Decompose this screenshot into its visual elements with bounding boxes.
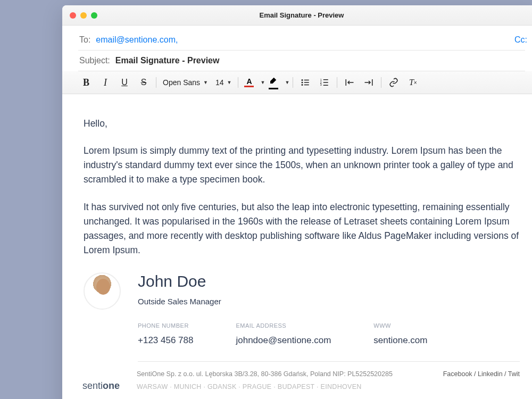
subject-field-row[interactable]: Subject: Email Signature - Preview [78, 51, 525, 71]
outdent-button[interactable] [340, 74, 359, 90]
svg-rect-1 [304, 80, 309, 81]
signature-footer: SentiOne Sp. z o.o. ul. Lęborska 3B/3.28… [84, 362, 520, 399]
separator [381, 77, 381, 88]
svg-rect-9 [323, 82, 328, 83]
subject-value[interactable]: Email Signature - Preview [115, 56, 220, 65]
bullet-list-button[interactable] [296, 74, 314, 90]
www-value[interactable]: sentione.com [373, 334, 427, 347]
subject-label: Subject: [79, 56, 110, 65]
to-field-row[interactable]: To: email@sentione.com, Cc: [78, 30, 525, 51]
signature-phone: PHONE NUMBER +123 456 788 [138, 321, 193, 347]
svg-rect-5 [304, 85, 309, 86]
avatar [84, 272, 121, 310]
highlight-color-button[interactable]: ▼ [266, 75, 289, 90]
phone-value: +123 456 788 [138, 334, 193, 347]
svg-text:3: 3 [320, 83, 322, 86]
paragraph-2: It has survived not only five centuries,… [84, 200, 520, 258]
www-label: WWW [373, 321, 427, 330]
email-label: EMAIL ADDRESS [236, 321, 331, 330]
text-color-swatch [244, 86, 254, 87]
signature-title: Outside Sales Manager [138, 295, 520, 307]
italic-button[interactable]: I [96, 74, 114, 90]
separator [293, 77, 293, 88]
insert-link-button[interactable] [385, 74, 403, 90]
font-family-select[interactable]: Open Sans ▼ [160, 75, 211, 90]
logo-part-a: senti [82, 380, 103, 391]
message-body[interactable]: Hello, Lorem Ipsum is simply dummy text … [62, 94, 532, 399]
separator [156, 77, 156, 88]
company-logo: sentione [82, 380, 120, 392]
paragraph-1: Lorem Ipsum is simply dummy text of the … [84, 144, 520, 187]
compose-window: Email Signature - Preview To: email@sent… [62, 5, 532, 399]
formatting-toolbar: B I U S Open Sans ▼ 14 ▼ A ▼ [62, 71, 532, 94]
indent-button[interactable] [360, 74, 378, 90]
chevron-down-icon: ▼ [227, 80, 232, 85]
greeting: Hello, [84, 117, 520, 131]
svg-point-0 [302, 79, 303, 81]
svg-point-2 [302, 82, 303, 84]
font-family-value: Open Sans [163, 78, 200, 87]
separator [337, 77, 337, 88]
font-size-value: 14 [215, 78, 224, 87]
numbered-list-button[interactable]: 123 [315, 74, 334, 90]
separator [238, 77, 238, 88]
font-size-select[interactable]: 14 ▼ [212, 75, 235, 90]
chevron-down-icon: ▼ [203, 80, 208, 85]
text-color-icon: A [246, 78, 252, 85]
svg-rect-11 [323, 85, 328, 86]
clear-formatting-button[interactable]: T× [404, 74, 422, 90]
strikethrough-button[interactable]: S [135, 74, 153, 90]
highlight-color-swatch [269, 88, 278, 89]
text-color-button[interactable]: A ▼ [242, 75, 265, 90]
company-cities: WARSAW · MUNICH · GDANSK · PRAGUE · BUDA… [137, 382, 443, 392]
signature-www: WWW sentione.com [373, 321, 427, 347]
email-signature: John Doe Outside Sales Manager PHONE NUM… [84, 272, 520, 362]
bold-button[interactable]: B [77, 74, 95, 90]
compose-header: To: email@sentione.com, Cc: Subject: Ema… [62, 26, 532, 71]
company-info: SentiOne Sp. z o.o. ul. Lęborska 3B/3.28… [137, 369, 443, 379]
social-links[interactable]: Facebook / Linkedin / Twit [443, 369, 520, 379]
underline-button[interactable]: U [115, 74, 134, 90]
highlight-icon [269, 76, 278, 87]
signature-email: EMAIL ADDRESS johndoe@sentione.com [236, 321, 331, 347]
chevron-down-icon: ▼ [260, 80, 265, 85]
to-value[interactable]: email@sentione.com, [96, 35, 178, 45]
phone-label: PHONE NUMBER [138, 321, 193, 330]
window-title: Email Signature - Preview [62, 11, 532, 19]
cc-button[interactable]: Cc: [514, 35, 527, 45]
email-value[interactable]: johndoe@sentione.com [236, 334, 331, 347]
svg-rect-3 [304, 82, 309, 83]
svg-rect-7 [323, 79, 328, 80]
svg-point-4 [302, 84, 303, 86]
to-label: To: [79, 35, 90, 45]
chevron-down-icon: ▼ [285, 80, 289, 85]
logo-part-b: one [103, 380, 120, 391]
signature-name: John Doe [138, 269, 520, 294]
titlebar: Email Signature - Preview [62, 5, 532, 26]
